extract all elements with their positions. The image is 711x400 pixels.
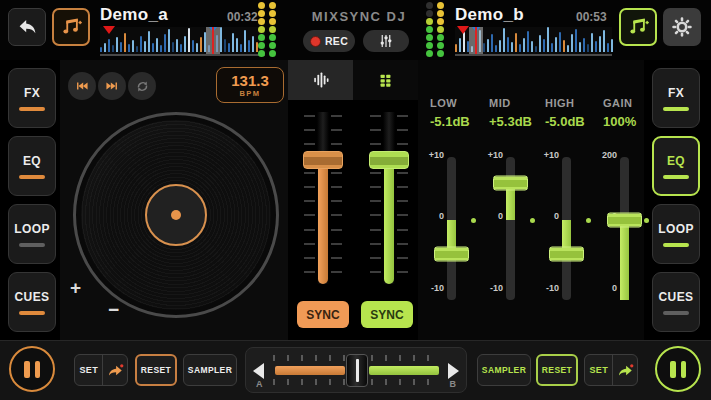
eq-low-handle[interactable] [434,247,469,262]
deck-a-play-pause-button[interactable] [9,346,55,392]
back-button[interactable] [8,8,46,46]
deck-b-jump-button[interactable] [613,355,637,385]
crossfader-arrow-left[interactable] [253,363,264,379]
vu-led [437,50,444,57]
eq-gain-slider[interactable] [591,157,659,300]
deck-b-reset-button[interactable]: RESET [536,354,578,386]
deck-a-jog-wheel[interactable] [73,112,279,318]
crossfader: A B [245,347,467,393]
wave-bar [587,44,589,52]
deck-a-sampler-button[interactable]: SAMPLER [183,354,237,386]
eq-band-label: HIGH [545,97,575,109]
wave-bar [559,32,561,52]
wave-bar [120,42,122,52]
deck-b-track-library-button[interactable] [619,8,657,46]
wave-bar [100,47,102,52]
top-bar: Demo_a 00:32 MIXSYNC DJ REC Demo_b 00:53 [0,0,711,60]
vu-led [426,2,433,9]
vu-column [258,2,265,58]
repeat-icon [135,79,150,94]
deck-b-eq-button[interactable]: EQ [652,136,700,196]
wave-bar [539,35,541,52]
deck-b-fx-button[interactable]: FX [652,68,700,128]
deck-b-play-pause-button[interactable] [655,346,701,392]
waveform-tab-icon [312,71,330,89]
deck-a-volume-fader[interactable] [303,112,343,284]
vu-led [269,34,276,41]
deck-a-loop-button[interactable]: LOOP [8,204,56,264]
record-button[interactable]: REC [303,30,355,52]
wave-bar [455,44,457,52]
crossfader-label-b: B [450,379,457,389]
deck-b-sync-button[interactable]: SYNC [361,301,413,328]
deck-a-pitch-minus-button[interactable]: − [108,300,119,319]
wave-bar [571,34,573,52]
wave-bar [172,42,174,52]
faders-icon [377,32,395,50]
deck-a-fx-button[interactable]: FX [8,68,56,128]
deck-a-waveform[interactable] [100,27,265,56]
pause-icon [35,361,41,378]
wave-bar [224,39,226,52]
deck-b-sampler-button[interactable]: SAMPLER [477,354,531,386]
deck-b-waveform[interactable] [455,27,612,56]
crossfader-handle[interactable] [346,354,368,387]
gear-icon [671,16,693,38]
cues-indicator [663,311,689,315]
wave-bar [555,37,557,52]
crossfader-arrow-right[interactable] [448,363,459,379]
deck-a-set-button[interactable]: SET [75,355,103,385]
vu-led [258,26,265,33]
deck-a-bpm-display[interactable]: 131.3 BPM [216,67,284,103]
eq-channel-gain: GAIN 100% 200 0 0 [591,97,659,312]
eq-band-value: -5.0dB [545,114,585,129]
pause-icon [24,361,30,378]
deck-a-jump-button[interactable] [103,355,127,385]
deck-b-set-button[interactable]: SET [585,355,613,385]
vu-led [437,26,444,33]
vu-led [269,2,276,9]
wave-bar [603,30,605,52]
tab-mixer-view[interactable] [288,60,353,100]
deck-a-fader-handle[interactable] [303,151,343,169]
eq-gain-handle[interactable] [607,212,642,227]
wave-bar [116,37,118,52]
eq-low-slider[interactable] [418,157,486,300]
deck-a-sync-button[interactable]: SYNC [297,301,349,328]
deck-a-track-library-button[interactable] [52,8,90,46]
wave-bar [244,30,246,52]
eq-slider-fill [620,220,629,300]
wave-bar [563,40,565,52]
wave-bar [232,33,234,52]
bpm-value: 131.3 [231,73,269,88]
eq-high-handle[interactable] [549,247,584,262]
vu-column [437,2,444,58]
deck-b-cues-button[interactable]: CUES [652,272,700,332]
deck-b-loop-button[interactable]: LOOP [652,204,700,264]
deck-a-skip-back-button[interactable] [68,72,96,100]
vu-led [258,18,265,25]
eq-label: EQ [23,154,41,168]
mixer-settings-button[interactable] [363,30,409,52]
deck-a-eq-button[interactable]: EQ [8,136,56,196]
deck-a-cues-button[interactable]: CUES [8,272,56,332]
wave-bar [156,38,158,52]
tab-sampler-pads-view[interactable] [353,60,418,100]
deck-a-skip-forward-button[interactable] [98,72,126,100]
fader-ticks [304,115,315,281]
deck-a-repeat-button[interactable] [128,72,156,100]
crossfader-track[interactable] [273,366,441,375]
loop-indicator [663,243,689,247]
deck-b-fader-handle[interactable] [369,151,409,169]
deck-b-volume-fader[interactable] [369,112,409,284]
wave-bar [236,38,238,52]
wave-bar [591,33,593,52]
eq-mid-handle[interactable] [493,175,528,190]
vu-led [426,50,433,57]
crossfader-bar-b [369,366,440,375]
wave-bar [523,38,525,52]
deck-a-reset-button[interactable]: RESET [135,354,177,386]
deck-a-pitch-plus-button[interactable]: + [70,278,81,297]
wave-bar [583,38,585,52]
settings-button[interactable] [663,8,701,46]
